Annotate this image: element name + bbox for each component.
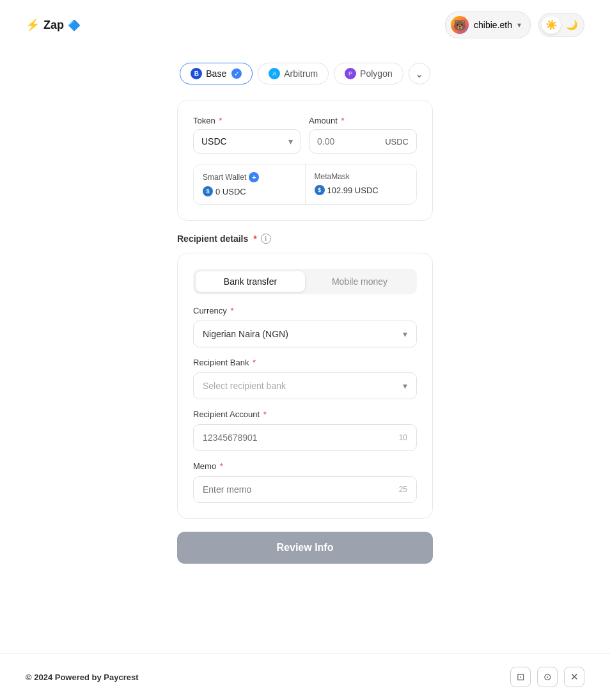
dark-theme-button[interactable]: 🌙 <box>562 16 581 34</box>
amount-input[interactable] <box>317 136 385 147</box>
bank-chevron-icon: ▾ <box>403 381 407 391</box>
token-value: USDC <box>201 136 227 147</box>
amount-group: Amount * USDC <box>309 116 417 154</box>
wallet-name: chibie.eth <box>474 20 512 30</box>
network-tab-base[interactable]: B Base ✓ <box>180 63 253 84</box>
bank-placeholder: Select recipient bank <box>203 381 286 391</box>
account-char-count: 10 <box>399 433 407 442</box>
header-right: 🐻 chibie.eth ▾ ☀️ 🌙 <box>445 12 584 38</box>
token-label: Token * <box>193 116 301 125</box>
chevron-down-icon: ▾ <box>517 20 521 29</box>
notion-icon[interactable]: ⊡ <box>510 667 531 687</box>
smart-wallet-balance: Smart Wallet + $ 0 USDC <box>194 164 306 204</box>
currency-dropdown[interactable]: Nigerian Naira (NGN) ▾ <box>193 321 417 347</box>
header: ⚡ Zap 🔷 🐻 chibie.eth ▾ ☀️ 🌙 <box>0 0 610 50</box>
recipient-tab-switcher: Bank transfer Mobile money <box>193 269 417 294</box>
footer-copyright: © 2024 Powered by Paycrest <box>26 672 139 682</box>
token-required: * <box>219 116 222 125</box>
recipient-section-label: Recipient details * i <box>177 234 433 244</box>
amount-field[interactable]: USDC <box>309 129 417 154</box>
token-amount-row: Token * USDC ▾ Amount * USDC <box>193 116 417 154</box>
bank-group: Recipient Bank * Select recipient bank ▾ <box>193 358 417 399</box>
amount-label: Amount * <box>309 116 417 125</box>
footer-social-links: ⊡ ⊙ ✕ <box>510 667 584 687</box>
memo-group: Memo * 25 <box>193 461 417 503</box>
logo-text: Zap <box>43 19 64 32</box>
base-icon: B <box>191 68 202 79</box>
metamask-usdc-icon: $ <box>315 185 325 195</box>
metamask-label: MetaMask <box>315 172 408 181</box>
currency-group: Currency * Nigerian Naira (NGN) ▾ <box>193 306 417 347</box>
polygon-tab-label: Polygon <box>360 68 393 79</box>
logo: ⚡ Zap 🔷 <box>26 18 81 32</box>
base-tab-label: Base <box>206 68 226 79</box>
amount-required: * <box>341 116 344 125</box>
currency-label: Currency * <box>193 306 417 315</box>
token-group: Token * USDC ▾ <box>193 116 301 154</box>
arbitrum-tab-label: Arbitrum <box>284 68 318 79</box>
currency-chevron-icon: ▾ <box>403 329 407 339</box>
avatar: 🐻 <box>451 16 469 34</box>
memo-required: * <box>220 461 223 471</box>
logo-bolt: 🔷 <box>68 19 81 31</box>
tab-bank-transfer[interactable]: Bank transfer <box>196 271 305 292</box>
token-select[interactable]: USDC ▾ <box>193 129 301 154</box>
github-icon[interactable]: ⊙ <box>537 667 558 687</box>
smart-wallet-amount: $ 0 USDC <box>203 186 296 196</box>
token-card: Token * USDC ▾ Amount * USDC <box>177 100 433 221</box>
smart-wallet-plus-icon[interactable]: + <box>249 172 259 182</box>
currency-required: * <box>230 306 233 315</box>
wallet-balances: Smart Wallet + $ 0 USDC MetaMask $ 102.9… <box>193 164 417 205</box>
smart-wallet-usdc-icon: $ <box>203 186 213 196</box>
account-field[interactable]: 10 <box>193 424 417 451</box>
memo-input[interactable] <box>203 484 399 495</box>
memo-label: Memo * <box>193 461 417 471</box>
account-group: Recipient Account * 10 <box>193 410 417 451</box>
polygon-icon: P <box>345 68 356 79</box>
arbitrum-icon: A <box>269 68 280 79</box>
metamask-amount: $ 102.99 USDC <box>315 185 408 195</box>
more-networks-button[interactable]: ⌄ <box>409 63 430 84</box>
memo-char-count: 25 <box>399 485 407 494</box>
recipient-section: Recipient details * i Bank transfer Mobi… <box>177 234 433 519</box>
currency-value: Nigerian Naira (NGN) <box>203 329 288 339</box>
network-tab-polygon[interactable]: P Polygon <box>334 63 403 84</box>
review-btn-container: Review Info <box>177 532 433 579</box>
base-check-icon: ✓ <box>231 68 242 79</box>
tab-mobile-money[interactable]: Mobile money <box>305 271 414 292</box>
wallet-button[interactable]: 🐻 chibie.eth ▾ <box>445 12 531 38</box>
bank-dropdown[interactable]: Select recipient bank ▾ <box>193 372 417 399</box>
footer: © 2024 Powered by Paycrest ⊡ ⊙ ✕ <box>0 653 610 700</box>
bank-required: * <box>253 358 256 367</box>
account-required: * <box>263 410 267 419</box>
theme-toggle: ☀️ 🌙 <box>538 13 584 37</box>
light-theme-button[interactable]: ☀️ <box>542 16 561 34</box>
recipient-required: * <box>253 234 256 244</box>
main-content: B Base ✓ A Arbitrum P Polygon ⌄ Token * … <box>0 50 610 592</box>
logo-icon: ⚡ <box>26 18 40 32</box>
memo-field[interactable]: 25 <box>193 476 417 503</box>
review-info-button[interactable]: Review Info <box>177 532 433 564</box>
network-tabs: B Base ✓ A Arbitrum P Polygon ⌄ <box>180 63 430 84</box>
twitter-icon[interactable]: ✕ <box>564 667 584 687</box>
smart-wallet-label: Smart Wallet + <box>203 172 296 182</box>
amount-suffix: USDC <box>385 137 409 147</box>
network-tab-arbitrum[interactable]: A Arbitrum <box>258 63 329 84</box>
account-label: Recipient Account * <box>193 410 417 419</box>
bank-label: Recipient Bank * <box>193 358 417 367</box>
footer-brand: Paycrest <box>104 672 138 682</box>
token-chevron-icon: ▾ <box>288 136 293 147</box>
metamask-balance: MetaMask $ 102.99 USDC <box>306 164 417 204</box>
recipient-card: Bank transfer Mobile money Currency * Ni… <box>177 253 433 519</box>
account-input[interactable] <box>203 433 399 443</box>
info-icon[interactable]: i <box>261 234 271 244</box>
